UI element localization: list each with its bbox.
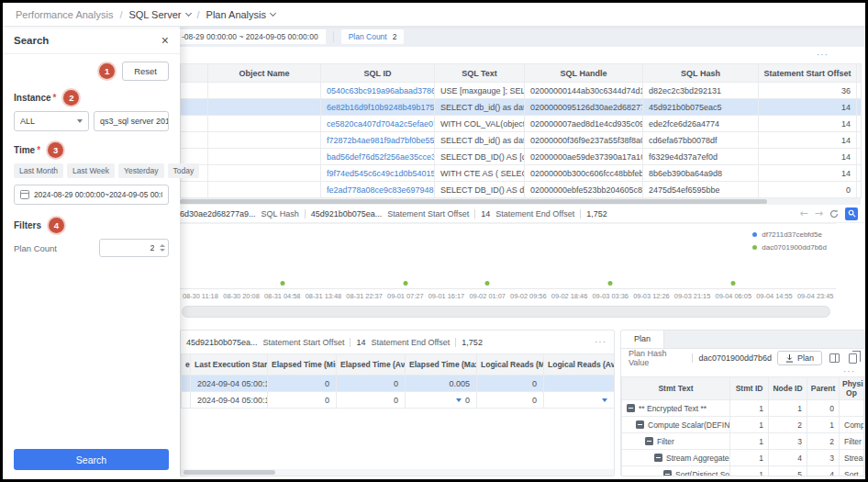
stats-header-logical-min[interactable]: Logical Reads (Min)	[477, 354, 544, 376]
collapse-icon[interactable]	[663, 470, 672, 476]
stats-header-elapsed-avg[interactable]: Elapsed Time (Avg)	[337, 354, 406, 376]
sql-id-link[interactable]: 0540c63bc919a96abaad3786a282adbc	[321, 83, 435, 99]
table-row[interactable]: Compute Scalar(DEFINE:([Ex...121Comput..…	[622, 417, 864, 433]
sql-id-link[interactable]: f9f74ed545c6c49c1d0b54015bd1d81d	[321, 165, 435, 182]
legend-item[interactable]: df7211d37cebfd5e	[752, 230, 827, 239]
zoom-select-icon[interactable]	[845, 207, 858, 220]
table-row[interactable]: f9f74ed545c6c49c1d0b54015bd1d81dWITH CTE…	[181, 165, 862, 182]
stats-header-elapsed-min[interactable]: Elapsed Time (Min)	[268, 354, 337, 376]
sql-id-link[interactable]: 6e82b16d9f10b9248b49b1757c4088e4	[321, 99, 435, 116]
data-point-dot[interactable]	[608, 281, 613, 286]
breadcrumb-performance-analysis[interactable]: Performance Analysis	[16, 9, 113, 20]
sql-table-toolbar: ···	[180, 47, 865, 63]
row-fragment-cell	[182, 376, 191, 392]
stmt-id-cell: 1	[730, 433, 769, 450]
x-axis-tick-label: 09-03 12:26	[631, 292, 673, 300]
stats-header-logical-avg[interactable]: Logical Reads (Av	[544, 354, 615, 376]
stats-header-elapsed-max[interactable]: Elapsed Time (Max)	[406, 354, 477, 376]
overflow-menu-icon[interactable]: ···	[595, 338, 606, 347]
instance-group-select[interactable]: ALL	[14, 111, 89, 131]
collapse-icon[interactable]	[654, 454, 662, 462]
instance-select[interactable]: qs3_sql server 2019	[94, 111, 169, 131]
stats-header-last-execution[interactable]: Last Execution Start Time	[191, 354, 268, 376]
sql-id-link[interactable]: ce5820ca407d704a2c5efae07e8a7c9e	[321, 116, 435, 132]
table-row[interactable]: 0540c63bc919a96abaad3786a282adbcUSE [max…	[181, 83, 862, 99]
breadcrumb-sql-server-menu[interactable]: SQL Server	[128, 9, 190, 20]
refresh-icon[interactable]	[829, 209, 839, 219]
calendar-icon[interactable]	[20, 190, 29, 199]
table-row[interactable]: Sort(Distinct Sort, ORD...154Sort	[622, 466, 864, 477]
sql-table-header-object-name[interactable]: Object Name	[208, 64, 321, 83]
chart-plot-area[interactable]	[180, 223, 836, 289]
quick-range-last-month[interactable]: Last Month	[14, 163, 63, 178]
object-name-cell	[208, 116, 321, 132]
data-point-dot[interactable]	[731, 281, 736, 286]
plan-header-physical-op[interactable]: Physical Op	[840, 377, 864, 400]
download-plan-button[interactable]: Plan	[777, 351, 822, 365]
chart-back-icon[interactable]: ←	[800, 208, 808, 219]
table-row[interactable]: Stream Aggregate(Aggre...143Stream...	[622, 450, 864, 466]
scrollbar-thumb[interactable]	[180, 199, 767, 204]
quick-range-last-week[interactable]: Last Week	[67, 163, 115, 178]
plan-header-node-id[interactable]: Node ID	[769, 377, 807, 400]
stats-h-scrollbar[interactable]	[181, 469, 614, 476]
search-button[interactable]: Search	[14, 449, 169, 470]
breadcrumb-plan-analysis-menu[interactable]: Plan Analysis	[206, 9, 275, 20]
sql-table-header-sql-id[interactable]: SQL ID	[321, 64, 435, 83]
legend-item[interactable]: dac0701900dd7b6d	[752, 243, 827, 252]
tab-plan[interactable]: Plan	[621, 330, 664, 348]
collapse-icon[interactable]	[645, 437, 653, 445]
table-row[interactable]: 2024-09-04 05:00:18000.0050	[182, 376, 615, 392]
table-row[interactable]: 6e82b16d9f10b9248b49b1757c4088e4SELECT d…	[181, 99, 862, 116]
copy-icon[interactable]	[849, 353, 857, 364]
step-up-icon[interactable]	[160, 244, 165, 247]
table-row[interactable]: bad56def76d52f256ae35cce3d5bb3d3SELECT D…	[181, 149, 862, 165]
selection-info-bar: 6d30ae2d68277a9... SQL Hash 45d921b0b075…	[180, 205, 865, 223]
breadcrumb-separator: /	[119, 9, 122, 20]
table-row[interactable]: ce5820ca407d704a2c5efae07e8a7c9eWITH COL…	[181, 116, 862, 132]
table-row[interactable]: 2024-09-04 05:00:180000	[182, 392, 615, 409]
reset-button[interactable]: Reset	[122, 62, 169, 81]
overflow-menu-icon[interactable]: ···	[843, 367, 855, 376]
divider	[350, 338, 351, 347]
sql-table-header-sql-hash[interactable]: SQL Hash	[643, 64, 759, 83]
columns-icon[interactable]	[829, 353, 840, 363]
sql-id-link[interactable]: f72872b4ae981f9ad7bf0be555f4ecf4	[321, 132, 435, 149]
collapse-icon[interactable]	[636, 420, 644, 429]
start-offset-cell: 14	[759, 116, 857, 132]
sql-table-header-sql-handle[interactable]: SQL Handle	[525, 64, 643, 83]
collapse-icon[interactable]	[627, 404, 635, 412]
sql-id-link[interactable]: fe2ad778a08ce9c83e697948c58d3b16	[321, 182, 435, 198]
parent-cell: 4	[807, 466, 840, 477]
sql-table-header-start-offset[interactable]: Statement Start Offset	[759, 64, 857, 83]
scrollbar-thumb[interactable]	[184, 470, 275, 475]
table-row[interactable]: Filter132Filter	[622, 433, 864, 450]
close-icon[interactable]: ×	[161, 34, 169, 47]
quick-range-today[interactable]: Today	[168, 163, 200, 178]
data-point-dot[interactable]	[280, 281, 284, 286]
table-row[interactable]: ** Encrypted Text **110	[622, 400, 864, 417]
overflow-menu-icon[interactable]: ···	[817, 50, 829, 60]
step-badge-3: 3	[48, 142, 63, 158]
data-point-dot[interactable]	[485, 281, 490, 286]
plan-header-parent[interactable]: Parent	[807, 377, 840, 400]
quick-range-yesterday[interactable]: Yesterday	[118, 163, 164, 178]
table-row[interactable]: f72872b4ae981f9ad7bf0be555f4ecf4SELECT d…	[181, 132, 862, 149]
chart-range-scrollbar[interactable]	[182, 306, 830, 318]
table-row[interactable]: fe2ad778a08ce9c83e697948c58d3b16SELECT D…	[181, 182, 862, 198]
sql-hash-label: SQL Hash	[262, 209, 299, 219]
time-range-input[interactable]	[34, 190, 162, 199]
sql-id-link[interactable]: bad56def76d52f256ae35cce3d5bb3d3	[321, 149, 435, 165]
sql-table-h-scrollbar[interactable]	[180, 198, 861, 205]
sql-table-header-sql-text[interactable]: SQL Text	[435, 64, 525, 83]
chart-forward-icon[interactable]: →	[815, 208, 823, 219]
plan-count-input[interactable]	[100, 243, 157, 252]
sql-hash-cell: cd6efa67bb0078df	[643, 132, 759, 149]
step-down-icon[interactable]	[160, 249, 165, 252]
quantity-stepper[interactable]	[157, 240, 168, 256]
data-point-dot[interactable]	[403, 281, 407, 286]
plan-header-stmt-text[interactable]: Stmt Text	[622, 377, 730, 400]
plan-header-stmt-id[interactable]: Stmt ID	[730, 377, 769, 400]
start-offset-cell: 14	[759, 99, 857, 116]
logical-min-cell: 0	[477, 392, 544, 409]
